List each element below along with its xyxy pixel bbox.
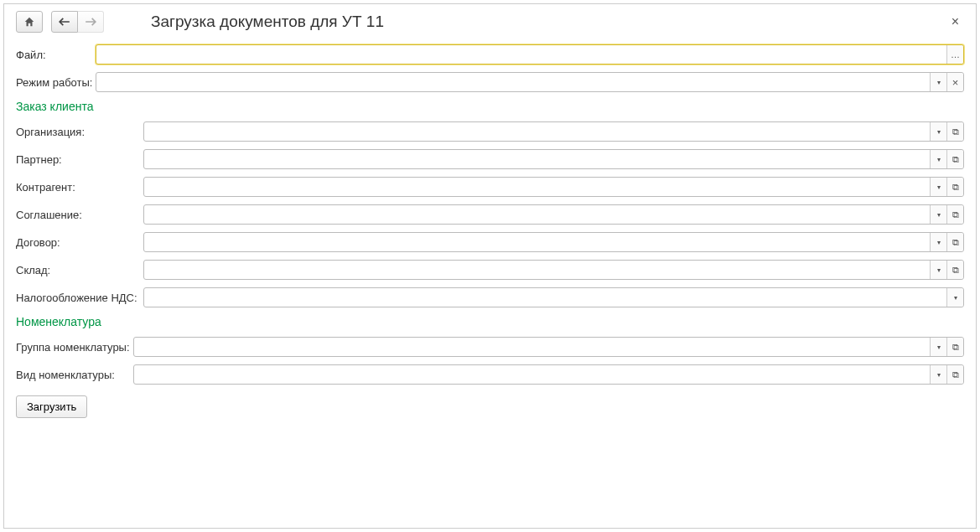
partner-input-wrap — [143, 149, 964, 169]
row-file: Файл: — [16, 44, 964, 65]
row-mode: Режим работы: — [16, 72, 964, 92]
row-nomen-group: Группа номенклатуры: — [16, 337, 964, 357]
partner-dropdown-button[interactable] — [930, 150, 946, 168]
toolbar: Загрузка документов для УТ 11 — [16, 11, 964, 33]
back-button[interactable] — [51, 11, 78, 33]
nomen-type-open-button[interactable] — [946, 365, 963, 384]
contract-dropdown-button[interactable] — [930, 233, 946, 251]
contragent-input-wrap — [143, 177, 964, 197]
row-agreement: Соглашение: — [16, 204, 964, 225]
warehouse-open-button[interactable] — [946, 261, 963, 279]
row-vat: Налогообложение НДС: — [16, 287, 964, 307]
label-org: Организация: — [16, 126, 143, 138]
load-button[interactable]: Загрузить — [16, 395, 87, 418]
label-vat: Налогообложение НДС: — [16, 292, 143, 304]
row-nomen-type: Вид номенклатуры: — [16, 364, 964, 385]
arrow-left-icon — [59, 18, 70, 26]
home-button[interactable] — [16, 11, 43, 33]
contragent-input[interactable] — [144, 178, 930, 196]
arrow-right-icon — [85, 18, 96, 26]
agreement-input[interactable] — [144, 205, 930, 224]
nomen-group-dropdown-button[interactable] — [930, 338, 946, 356]
row-contragent: Контрагент: — [16, 177, 964, 197]
contract-open-button[interactable] — [946, 233, 963, 251]
vat-input-wrap — [143, 287, 964, 307]
label-warehouse: Склад: — [16, 264, 143, 276]
row-partner: Партнер: — [16, 149, 964, 169]
row-org: Организация: — [16, 121, 964, 142]
label-nomen-group: Группа номенклатуры: — [16, 341, 133, 354]
label-partner: Партнер: — [16, 153, 143, 166]
label-nomen-type: Вид номенклатуры: — [16, 369, 133, 381]
agreement-input-wrap — [143, 204, 964, 225]
org-input-wrap — [143, 121, 964, 142]
warehouse-input-wrap — [143, 260, 964, 280]
nomen-type-input[interactable] — [134, 365, 930, 384]
partner-input[interactable] — [144, 150, 930, 168]
nomen-type-input-wrap — [133, 364, 964, 385]
agreement-dropdown-button[interactable] — [930, 205, 946, 224]
org-input[interactable] — [144, 122, 930, 141]
section-title-nomen: Номенеклатура — [16, 315, 964, 328]
page-title: Загрузка документов для УТ 11 — [151, 13, 384, 31]
file-browse-button[interactable] — [946, 45, 963, 64]
label-mode: Режим работы: — [16, 76, 96, 89]
home-icon — [23, 16, 35, 28]
org-dropdown-button[interactable] — [930, 122, 946, 141]
partner-open-button[interactable] — [946, 150, 963, 168]
agreement-open-button[interactable] — [946, 205, 963, 224]
contract-input[interactable] — [144, 233, 930, 251]
mode-dropdown-button[interactable] — [930, 73, 946, 91]
warehouse-input[interactable] — [144, 261, 930, 279]
forward-button[interactable] — [78, 11, 104, 33]
mode-input[interactable] — [96, 73, 930, 91]
contragent-dropdown-button[interactable] — [930, 178, 946, 196]
contract-input-wrap — [143, 232, 964, 252]
label-agreement: Соглашение: — [16, 209, 143, 221]
vat-input[interactable] — [144, 288, 946, 307]
row-warehouse: Склад: — [16, 260, 964, 280]
label-contract: Договор: — [16, 236, 143, 249]
org-open-button[interactable] — [946, 122, 963, 141]
vat-dropdown-button[interactable] — [946, 288, 963, 307]
row-contract: Договор: — [16, 232, 964, 252]
label-contragent: Контрагент: — [16, 181, 143, 194]
nav-group — [51, 11, 104, 33]
label-file: Файл: — [16, 49, 96, 61]
nomen-group-input-wrap — [133, 337, 964, 357]
nomen-group-open-button[interactable] — [946, 338, 963, 356]
contragent-open-button[interactable] — [946, 178, 963, 196]
close-button[interactable]: × — [948, 11, 962, 33]
warehouse-dropdown-button[interactable] — [930, 261, 946, 279]
file-input-wrap — [96, 44, 964, 65]
mode-input-wrap — [96, 72, 964, 92]
nomen-type-dropdown-button[interactable] — [930, 365, 946, 384]
section-title-order: Заказ клиента — [16, 100, 964, 113]
mode-clear-button[interactable] — [946, 73, 963, 91]
main-panel: × Загрузка документов для УТ 11 Файл: — [3, 3, 977, 529]
file-input[interactable] — [96, 45, 946, 64]
nomen-group-input[interactable] — [134, 338, 930, 356]
